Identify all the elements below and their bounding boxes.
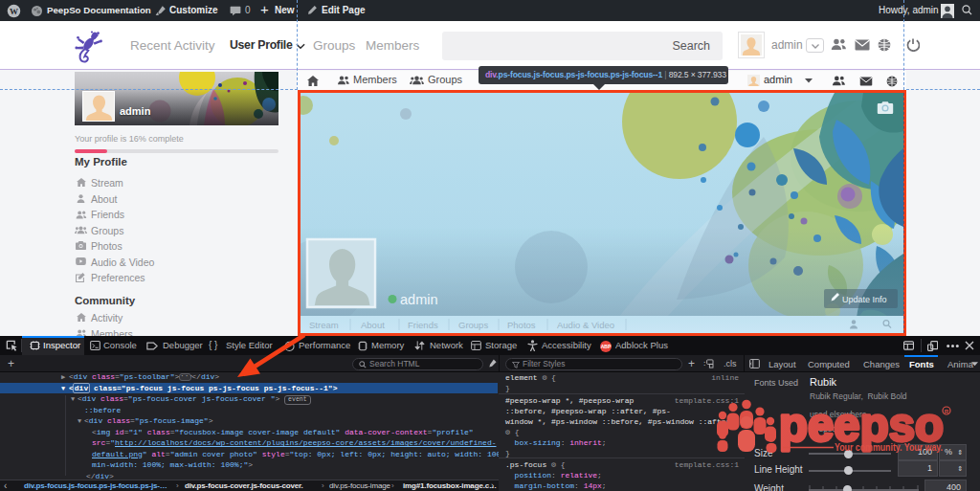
svg-text:ABP: ABP [601, 344, 612, 349]
svg-text:Your community. Your way.: Your community. Your way. [835, 441, 943, 453]
svg-text::: : [702, 360, 706, 368]
svg-text:W: W [10, 6, 18, 15]
svg-text:R: R [945, 409, 949, 414]
